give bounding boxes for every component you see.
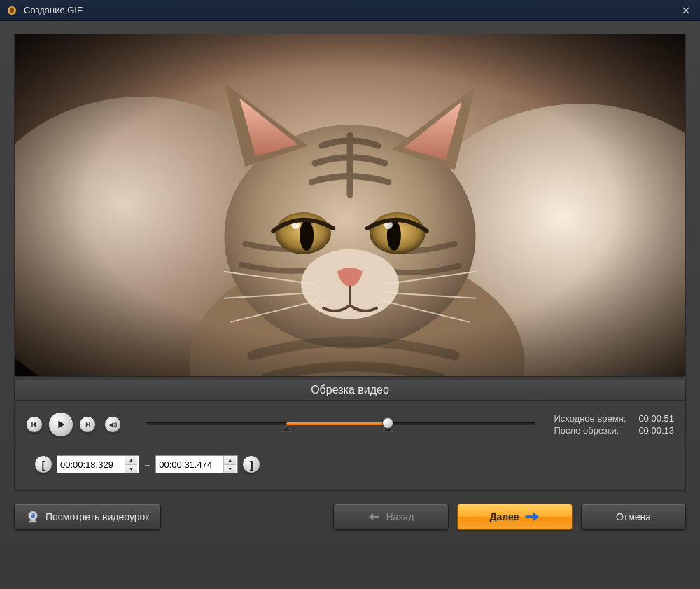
- source-time-value: 00:00:51: [638, 413, 674, 424]
- svg-rect-16: [15, 34, 685, 376]
- trimmed-time-value: 00:00:13: [638, 425, 674, 436]
- close-button[interactable]: [678, 4, 694, 18]
- trimmed-time-label: После обрезки:: [554, 425, 626, 436]
- svg-point-27: [31, 514, 33, 515]
- watch-tutorial-button[interactable]: Посмотреть видеоурок: [14, 504, 161, 530]
- footer-bar: Посмотреть видеоурок Назад Далее От: [14, 504, 686, 544]
- play-button[interactable]: [48, 412, 74, 437]
- svg-marker-23: [281, 425, 291, 432]
- svg-marker-31: [533, 513, 539, 521]
- arrow-left-icon: [368, 513, 380, 521]
- svg-rect-18: [31, 422, 33, 427]
- video-preview: [14, 34, 686, 377]
- svg-marker-17: [33, 422, 36, 427]
- svg-point-1: [10, 8, 14, 12]
- arrow-right-icon: [525, 512, 540, 522]
- section-label: Обрезка видео: [14, 380, 686, 401]
- cancel-button[interactable]: Отмена: [581, 504, 686, 530]
- svg-point-26: [31, 513, 35, 518]
- back-label: Назад: [386, 511, 414, 522]
- cancel-label: Отмена: [616, 511, 651, 522]
- start-time-input[interactable]: ▲ ▼: [57, 455, 139, 473]
- window-title: Создание GIF: [24, 5, 678, 15]
- back-button[interactable]: Назад: [333, 504, 449, 530]
- set-start-bracket-button[interactable]: [: [34, 455, 52, 473]
- watch-tutorial-label: Посмотреть видеоурок: [46, 511, 149, 522]
- playhead-thumb[interactable]: [382, 417, 393, 429]
- end-time-down-button[interactable]: ▼: [224, 465, 236, 473]
- trim-start-handle[interactable]: [281, 425, 291, 432]
- start-time-down-button[interactable]: ▼: [125, 465, 137, 473]
- webcam-icon: [26, 510, 40, 524]
- svg-marker-22: [109, 422, 113, 427]
- titlebar: Создание GIF: [0, 0, 700, 21]
- step-forward-button[interactable]: [79, 416, 96, 433]
- time-range-separator: –: [145, 459, 150, 470]
- svg-marker-20: [86, 422, 90, 427]
- set-end-bracket-button[interactable]: ]: [242, 455, 260, 473]
- video-trim-panel: Исходное время: 00:00:51 После обрезки: …: [14, 401, 686, 491]
- timeline[interactable]: [146, 416, 536, 433]
- source-time-label: Исходное время:: [554, 413, 626, 424]
- svg-rect-21: [89, 422, 90, 427]
- step-back-button[interactable]: [26, 416, 43, 433]
- svg-marker-19: [58, 421, 64, 429]
- svg-marker-29: [370, 513, 374, 520]
- start-time-field[interactable]: [57, 459, 125, 470]
- end-time-field[interactable]: [156, 459, 223, 470]
- time-info: Исходное время: 00:00:51 После обрезки: …: [554, 413, 674, 436]
- timeline-selection: [286, 422, 388, 425]
- next-label: Далее: [489, 511, 519, 522]
- end-time-up-button[interactable]: ▲: [224, 456, 236, 465]
- next-button[interactable]: Далее: [457, 504, 573, 530]
- start-time-up-button[interactable]: ▲: [125, 456, 137, 465]
- app-icon: [6, 4, 18, 17]
- volume-button[interactable]: [104, 416, 121, 433]
- end-time-input[interactable]: ▲ ▼: [155, 455, 238, 473]
